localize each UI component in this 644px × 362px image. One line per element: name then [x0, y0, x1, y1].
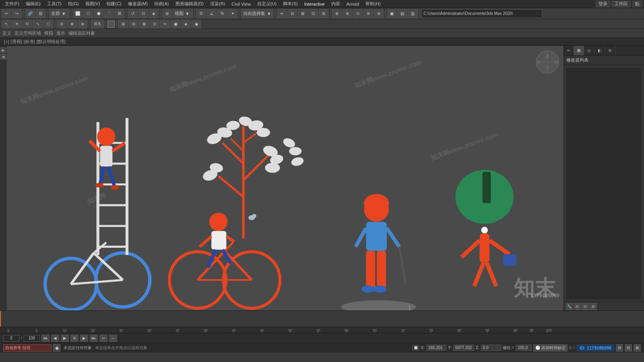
go-end-btn[interactable]: ⏭: [90, 335, 98, 342]
current-frame-display[interactable]: 0: [3, 335, 19, 341]
redo-button[interactable]: ↪: [12, 9, 22, 18]
select-all-dropdown[interactable]: 全部 ▼: [49, 9, 69, 18]
link-button[interactable]: 🔗: [25, 9, 35, 18]
tb2-extra8[interactable]: ◉: [192, 20, 201, 29]
rp-icon1[interactable]: 🔧: [566, 303, 573, 310]
menu-modifier[interactable]: 修改器(M): [125, 0, 151, 8]
render3-btn[interactable]: ▥: [408, 9, 418, 18]
render-frame-btn[interactable]: ◈: [149, 9, 159, 18]
tb2-extra1[interactable]: ⊞: [118, 20, 128, 29]
menu-help[interactable]: 帮助(H): [362, 0, 384, 8]
frame-btn[interactable]: ⊡: [138, 9, 148, 18]
tb2-extra5[interactable]: ⊢: [160, 20, 170, 29]
menu-render[interactable]: 渲染(R): [207, 0, 228, 8]
manage1-btn[interactable]: ⊕: [332, 9, 342, 18]
tb2-ref2[interactable]: ⊗: [67, 20, 77, 29]
total-frames-display[interactable]: 100: [24, 335, 40, 341]
render2-btn[interactable]: ▤: [398, 9, 407, 18]
manage3-btn[interactable]: ⊙: [353, 9, 363, 18]
extra-btn2[interactable]: ⊟: [625, 344, 632, 352]
menu-view[interactable]: 视图(V): [82, 0, 103, 8]
tb2-ref[interactable]: ⊘: [57, 20, 66, 29]
go-start-btn[interactable]: ⏮: [41, 335, 50, 342]
menu-arnold[interactable]: Arnold: [343, 0, 363, 8]
tb2-ref3[interactable]: ⊕: [78, 20, 87, 29]
ls-btn1[interactable]: ▶: [0, 47, 6, 53]
timeline-playhead[interactable]: [0, 311, 1, 327]
snap-spinner-btn[interactable]: ✦: [228, 9, 237, 18]
vp-view-type[interactable]: [透视]: [11, 39, 22, 45]
ping-pong-btn[interactable]: ↔: [109, 335, 117, 342]
auto-key-btn[interactable]: 自动赤专·拉坯: [3, 344, 52, 352]
manage4-btn[interactable]: ⊚: [363, 9, 373, 18]
timeline-track[interactable]: [0, 311, 644, 327]
play-btn[interactable]: ▶: [61, 335, 69, 342]
vp-shading-type[interactable]: [标准]: [24, 39, 35, 45]
time-tag-btn[interactable]: 🕐 添加时间标记: [533, 344, 568, 352]
tb2-extra2[interactable]: ⊟: [129, 20, 138, 29]
rp-tab-modify[interactable]: ✏: [564, 46, 574, 55]
extra-btn1[interactable]: ⊞: [616, 344, 623, 352]
menu-customize[interactable]: 自定义(U): [254, 0, 280, 8]
extra-btn3[interactable]: ⊠: [634, 344, 641, 352]
3d-gizmo[interactable]: 上 下 左 右: [535, 50, 559, 74]
sub-toolbar-define-space[interactable]: 定义空间区域: [14, 30, 41, 36]
grid-value[interactable]: 100.0: [516, 345, 532, 351]
rp-tab-display[interactable]: ◧: [594, 46, 605, 55]
x-value[interactable]: 185.201: [426, 345, 446, 351]
refresh-btn[interactable]: ↺: [128, 9, 138, 18]
manage2-btn[interactable]: ⊗: [343, 9, 352, 18]
y-value[interactable]: 5977.332: [453, 345, 474, 351]
rp-icon3[interactable]: ⊟: [582, 303, 589, 310]
tb2-fill[interactable]: 填充: [91, 20, 104, 29]
menu-animation[interactable]: 动画(A): [151, 0, 172, 8]
tb2-select[interactable]: ↖: [2, 20, 11, 29]
loop-btn[interactable]: ↩: [99, 335, 107, 342]
menu-content[interactable]: 内容: [328, 0, 343, 8]
menu-script[interactable]: 脚本(S): [280, 0, 301, 8]
prev-frame-btn[interactable]: ◀: [51, 335, 59, 342]
tb2-rotate[interactable]: ↻: [23, 20, 32, 29]
rp-tab-motion[interactable]: ◎: [584, 46, 594, 55]
align2-btn[interactable]: ⊠: [298, 9, 308, 18]
unlink-button[interactable]: ⛓: [36, 9, 45, 18]
tb2-extra4[interactable]: ⊡: [150, 20, 159, 29]
tb2-extra6[interactable]: ▣: [171, 20, 180, 29]
align3-btn[interactable]: ⊡: [308, 9, 318, 18]
menu-file[interactable]: 文件(F): [2, 0, 23, 8]
selection-set-dropdown[interactable]: 自由选择集 ▼: [241, 9, 273, 18]
workspace-button[interactable]: 工作区: [612, 1, 631, 7]
tb2-scale2[interactable]: ⬡: [43, 20, 53, 29]
snap-angle-btn[interactable]: ∠: [207, 9, 217, 18]
rp-icon4[interactable]: ⊠: [590, 303, 597, 310]
tb2-extra3[interactable]: ⊠: [139, 20, 149, 29]
rp-tab-utility[interactable]: ⚙: [605, 46, 615, 55]
menu-interactive[interactable]: Interactive: [301, 0, 328, 8]
sub-toolbar-edit-selected[interactable]: 编辑选定对象: [68, 30, 95, 36]
sub-toolbar-simulate[interactable]: 模拟: [44, 30, 53, 36]
z-value[interactable]: 0.0: [481, 345, 501, 351]
undo-button[interactable]: ↩: [2, 9, 11, 18]
tb2-move[interactable]: ✛: [12, 20, 22, 29]
select-fence-btn[interactable]: ⬢: [94, 9, 103, 18]
tb2-scale[interactable]: ⤡: [33, 20, 43, 29]
align-btn[interactable]: ⊟: [287, 9, 297, 18]
tb2-extra7[interactable]: ◈: [181, 20, 191, 29]
manage5-btn[interactable]: ⊛: [374, 9, 384, 18]
view-dropdown[interactable]: 视图 ▼: [173, 9, 193, 18]
menu-graph-editor[interactable]: 图形编辑器(D): [172, 0, 207, 8]
pause-btn[interactable]: ⏸: [70, 335, 78, 342]
ls-btn2[interactable]: ◀: [0, 54, 6, 60]
select-paint-btn[interactable]: ⌘: [115, 9, 124, 18]
set-key-btn[interactable]: ◆: [53, 344, 60, 352]
snap-3d-btn[interactable]: 3⃣: [196, 9, 206, 18]
tb2-obj-color[interactable]: [107, 21, 115, 28]
select-box-btn[interactable]: ⬜: [73, 9, 83, 18]
points-button[interactable]: 點: [632, 1, 642, 7]
view-cube-btn[interactable]: ⊞: [162, 9, 172, 18]
viewport[interactable]: 知末网www.znzmo.com 知末网www.znzmo.com 知末网www…: [6, 46, 564, 311]
login-button[interactable]: 登录: [596, 1, 610, 7]
modifier-list-area[interactable]: [566, 67, 642, 300]
menu-civil-view[interactable]: Civil View: [228, 0, 254, 8]
menu-tools[interactable]: 工具(T): [44, 0, 65, 8]
